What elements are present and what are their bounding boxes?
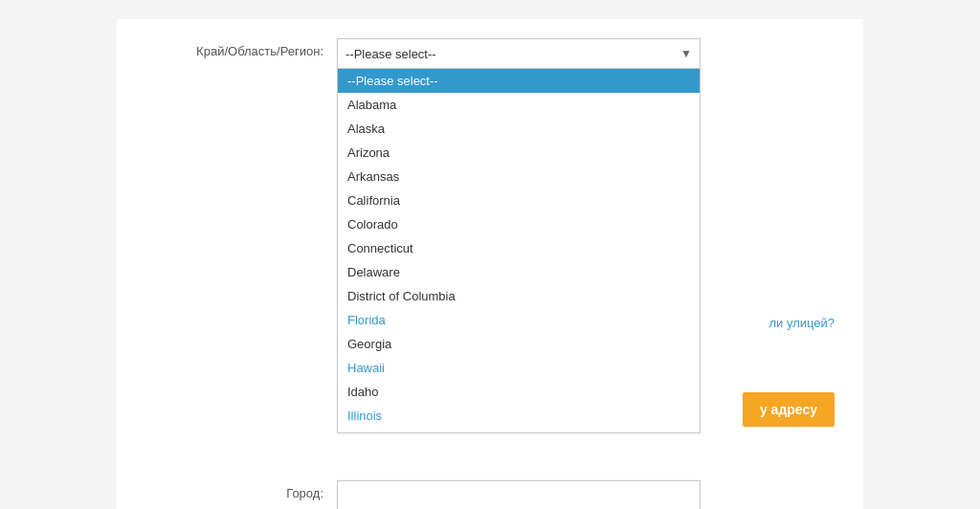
dropdown-item[interactable]: California [338, 188, 700, 212]
region-field: --Please select-- ▼ --Please select--Ala… [337, 38, 835, 69]
city-row: Город: [145, 480, 835, 509]
dropdown-item[interactable]: Georgia [338, 332, 700, 356]
city-field [337, 480, 835, 509]
dropdown-item[interactable]: Connecticut [338, 236, 700, 260]
dropdown-item[interactable]: District of Columbia [338, 284, 700, 308]
dropdown-item[interactable]: Idaho [338, 380, 700, 404]
city-label: Город: [145, 480, 337, 500]
city-input[interactable] [337, 480, 701, 509]
region-label: Край/Область/Регион: [145, 38, 337, 58]
dropdown-item[interactable]: Illinois [338, 404, 700, 428]
dropdown-item[interactable]: Arizona [338, 141, 700, 165]
right-link[interactable]: ли улицей? [768, 316, 835, 330]
dropdown-item[interactable]: Florida [338, 308, 700, 332]
select-arrow-icon: ▼ [680, 47, 692, 60]
dropdown-item[interactable]: Arkansas [338, 165, 700, 188]
select-trigger-text: --Please select-- [345, 47, 436, 61]
dropdown-item[interactable]: Colorado [338, 212, 700, 236]
region-select-trigger[interactable]: --Please select-- ▼ [337, 38, 701, 69]
dropdown-item[interactable]: Alaska [338, 117, 700, 141]
dropdown-item[interactable]: Alabama [338, 93, 700, 117]
dropdown-item[interactable]: Indiana [338, 428, 700, 432]
dropdown-item[interactable]: Hawaii [338, 356, 700, 380]
region-dropdown-list: --Please select--AlabamaAlaskaArizonaArk… [337, 69, 701, 433]
dropdown-item[interactable]: Delaware [338, 260, 700, 284]
form-container: Край/Область/Регион: --Please select-- ▼… [117, 19, 863, 509]
dropdown-item[interactable]: --Please select-- [338, 69, 700, 93]
region-row: Край/Область/Регион: --Please select-- ▼… [145, 38, 835, 69]
dropdown-scroll-container[interactable]: --Please select--AlabamaAlaskaArizonaArk… [338, 69, 700, 432]
submit-button[interactable]: у адресу [743, 392, 835, 427]
